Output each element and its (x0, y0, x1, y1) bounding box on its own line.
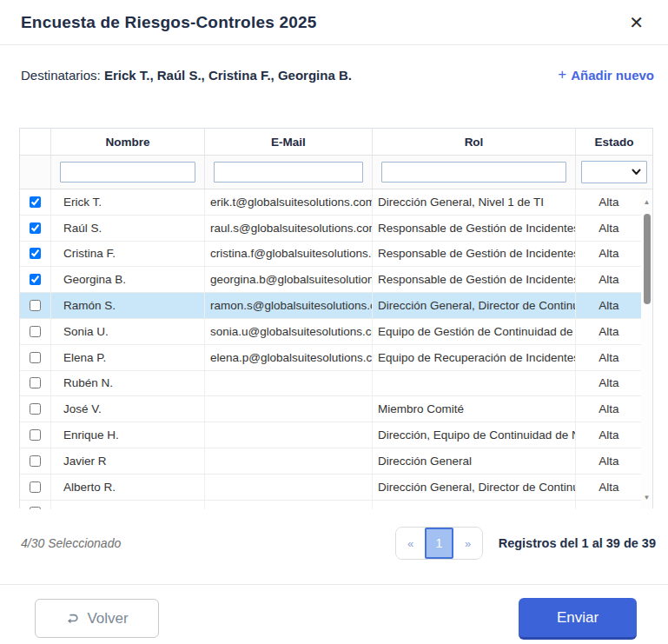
cell-email (205, 448, 373, 474)
table-row[interactable]: José V.Miembro ComitéAlta (20, 396, 652, 422)
cell-email: cristina.f@globalsuitesolutions.com (205, 242, 373, 267)
cell-email: ramon.s@globalsuitesolutions.com (205, 293, 373, 318)
row-checkbox-cell (20, 189, 51, 215)
cell-rol: Responsable de Gestión de Incidentes (373, 216, 576, 241)
dialog-title: Encuesta de Riesgos-Controles 2025 (21, 13, 316, 32)
row-checkbox[interactable] (30, 300, 41, 311)
selection-summary: 4/30 Seleccionado (21, 536, 121, 550)
dialog-header: Encuesta de Riesgos-Controles 2025 ✕ (0, 0, 668, 45)
send-button[interactable]: Enviar (519, 598, 637, 640)
cell-email: georgina.b@globalsuitesolutions.com (205, 267, 373, 292)
cell-nombre (51, 501, 205, 509)
survey-recipients-dialog: Encuesta de Riesgos-Controles 2025 ✕ Des… (0, 0, 668, 644)
back-button[interactable]: Volver (35, 599, 159, 638)
row-checkbox[interactable] (30, 196, 41, 208)
rol-filter-input[interactable] (381, 162, 566, 183)
cell-rol: Equipo de Recuperación de Incidentes (373, 345, 576, 370)
row-checkbox-cell (20, 448, 51, 474)
recipients-table: Nombre E-Mail Rol Estado Erick T.erik.t@… (19, 128, 653, 508)
row-checkbox[interactable] (30, 222, 41, 234)
column-header-nombre: Nombre (51, 129, 205, 155)
row-checkbox-cell (20, 319, 51, 344)
cell-email: raul.s@globalsuitesolutions.com (205, 216, 373, 241)
estado-filter-select[interactable] (581, 161, 647, 183)
recipients-row: Destinatarios: Erick T., Raúl S., Cristi… (21, 66, 654, 83)
row-checkbox[interactable] (30, 455, 41, 467)
column-header-estado: Estado (576, 129, 652, 155)
cell-email: erik.t@globalsuitesolutions.com (205, 189, 373, 215)
cell-nombre: Alberto R. (51, 475, 205, 500)
row-checkbox[interactable] (30, 403, 41, 415)
add-new-button[interactable]: + Añadir nuevo (558, 66, 654, 83)
pagination-prev-button[interactable]: « (396, 528, 425, 559)
cell-email: elena.p@globalsuitesolutions.com (205, 345, 373, 370)
table-row[interactable]: Alberto R.Dirección General, Director de… (20, 475, 652, 501)
footer-divider (0, 584, 668, 585)
row-checkbox[interactable] (30, 248, 41, 259)
table-row[interactable]: Rubén N.Alta (20, 371, 652, 397)
table-row[interactable] (20, 501, 652, 509)
cell-rol: Dirección General, Nivel 1 de TI (373, 189, 576, 215)
row-checkbox[interactable] (30, 326, 41, 337)
table-row[interactable]: Georgina B.georgina.b@globalsuitesolutio… (20, 267, 652, 293)
cell-email: sonia.u@globalsuitesolutions.com (205, 319, 373, 344)
row-checkbox-cell (20, 242, 51, 267)
cell-email (205, 396, 373, 422)
records-info: Registros del 1 al 39 de 39 (499, 536, 656, 550)
cell-email (205, 371, 373, 396)
table-row[interactable]: Raúl S.raul.s@globalsuitesolutions.comRe… (20, 216, 652, 242)
cell-nombre: Ramón S. (51, 293, 205, 318)
scrollbar-thumb[interactable] (644, 214, 651, 304)
cell-rol: Responsable de Gestión de Incidentes (373, 267, 576, 292)
cell-nombre: Georgina B. (51, 267, 205, 292)
cell-rol (373, 371, 576, 396)
cell-rol: Dirección General, Director de Continuid… (373, 293, 576, 318)
table-row[interactable]: Enrique H.Dirección, Equipo de Continuid… (20, 422, 652, 448)
cell-nombre: Raúl S. (51, 216, 205, 241)
row-checkbox[interactable] (30, 507, 41, 509)
row-checkbox[interactable] (30, 429, 41, 441)
pagination-next-button[interactable]: » (453, 528, 482, 559)
pagination-page-1[interactable]: 1 (425, 528, 453, 559)
cell-nombre: José V. (51, 396, 205, 422)
close-icon[interactable]: ✕ (625, 12, 647, 33)
cell-nombre: Rubén N. (51, 371, 205, 396)
table-header-row: Nombre E-Mail Rol Estado (20, 129, 652, 156)
row-checkbox[interactable] (30, 274, 41, 285)
table-body: Erick T.erik.t@globalsuitesolutions.comD… (20, 189, 652, 509)
row-checkbox-cell (20, 475, 51, 500)
cell-rol (373, 501, 576, 509)
row-checkbox[interactable] (30, 377, 41, 388)
cell-rol: Dirección General (373, 448, 576, 474)
recipients-summary: Destinatarios: Erick T., Raúl S., Cristi… (21, 68, 352, 83)
row-checkbox-cell (20, 345, 51, 370)
recipients-label: Destinatarios: (21, 68, 101, 83)
row-checkbox-cell (20, 396, 51, 422)
row-checkbox[interactable] (30, 481, 41, 493)
chevron-down-icon (632, 169, 641, 176)
table-row[interactable]: Cristina F.cristina.f@globalsuitesolutio… (20, 242, 652, 268)
add-new-label: Añadir nuevo (571, 68, 654, 83)
cell-email (205, 501, 373, 509)
vertical-scrollbar[interactable]: ▲ ▼ (641, 189, 652, 509)
table-row[interactable]: Erick T.erik.t@globalsuitesolutions.comD… (20, 189, 652, 216)
table-row[interactable]: Ramón S.ramon.s@globalsuitesolutions.com… (20, 293, 652, 319)
cell-email (205, 475, 373, 500)
cell-nombre: Sonia U. (51, 319, 205, 344)
table-row[interactable]: Javier RDirección GeneralAlta (20, 448, 652, 475)
table-filter-row (20, 156, 652, 189)
plus-icon: + (558, 66, 566, 83)
scroll-down-icon[interactable]: ▼ (641, 494, 652, 502)
row-checkbox-cell (20, 216, 51, 241)
table-row[interactable]: Elena P.elena.p@globalsuitesolutions.com… (20, 345, 652, 371)
row-checkbox[interactable] (30, 352, 41, 363)
table-row[interactable]: Sonia U.sonia.u@globalsuitesolutions.com… (20, 319, 652, 345)
row-checkbox-cell (20, 371, 51, 396)
nombre-filter-input[interactable] (60, 162, 195, 183)
cell-nombre: Elena P. (51, 345, 205, 370)
email-filter-input[interactable] (214, 162, 363, 183)
cell-nombre: Erick T. (51, 189, 205, 215)
row-checkbox-cell (20, 267, 51, 292)
cell-rol: Dirección General, Director de Continuid… (373, 475, 576, 500)
scroll-up-icon[interactable]: ▲ (641, 198, 652, 207)
